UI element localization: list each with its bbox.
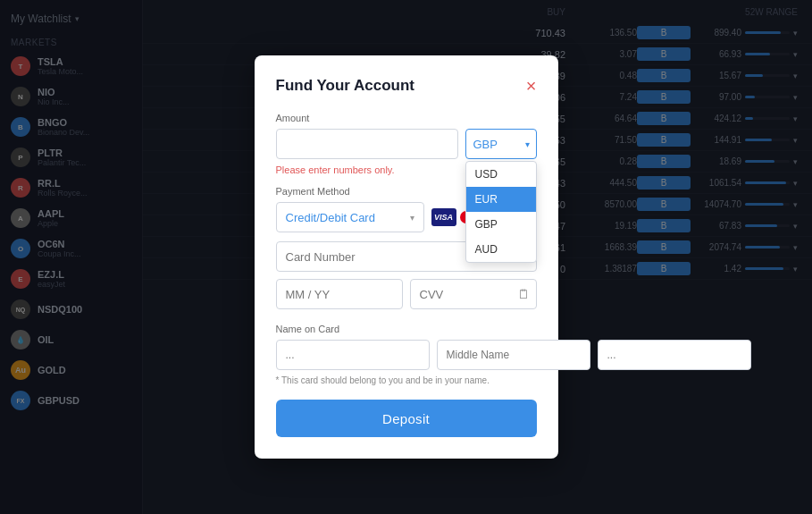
currency-select-wrapper: GBP USD EUR AUD ▾ USD EUR GBP AUD xyxy=(465,129,537,159)
name-on-card-label: Name on Card xyxy=(276,324,537,334)
expiry-input[interactable] xyxy=(276,279,403,309)
last-name-input[interactable] xyxy=(598,340,751,370)
currency-option-eur[interactable]: EUR xyxy=(466,187,536,212)
card-note: * This card should belong to you and be … xyxy=(276,375,537,385)
currency-option-gbp[interactable]: GBP xyxy=(466,212,536,237)
payment-method-text: Credit/Debit Card xyxy=(286,211,375,224)
chevron-down-icon: ▾ xyxy=(410,213,414,223)
currency-select[interactable]: GBP USD EUR AUD xyxy=(465,129,537,159)
modal-header: Fund Your Account × xyxy=(276,77,537,95)
visa-icon: VISA xyxy=(431,208,456,226)
first-name-input[interactable] xyxy=(276,340,430,370)
amount-label: Amount xyxy=(276,113,537,123)
amount-input[interactable] xyxy=(276,129,458,159)
deposit-button[interactable]: Deposit xyxy=(276,400,537,437)
currency-option-aud[interactable]: AUD xyxy=(466,237,536,262)
name-row xyxy=(276,340,537,370)
modal-title: Fund Your Account xyxy=(276,77,415,95)
modal-overlay: Fund Your Account × Amount GBP USD EUR A… xyxy=(0,0,812,514)
expiry-cvv-row: 🗒 xyxy=(276,279,537,309)
cvv-wrapper: 🗒 xyxy=(410,279,537,309)
currency-dropdown: USD EUR GBP AUD xyxy=(465,161,537,263)
middle-name-input[interactable] xyxy=(437,340,590,370)
expiry-wrapper xyxy=(276,279,403,309)
fund-account-modal: Fund Your Account × Amount GBP USD EUR A… xyxy=(255,55,558,459)
payment-method-select-wrapper: Credit/Debit Card ▾ xyxy=(276,202,424,232)
amount-row: GBP USD EUR AUD ▾ USD EUR GBP AUD xyxy=(276,129,537,159)
close-button[interactable]: × xyxy=(526,77,537,95)
card-icon: 🗒 xyxy=(517,287,530,301)
payment-method-display[interactable]: Credit/Debit Card ▾ xyxy=(276,202,424,232)
currency-option-usd[interactable]: USD xyxy=(466,162,536,187)
